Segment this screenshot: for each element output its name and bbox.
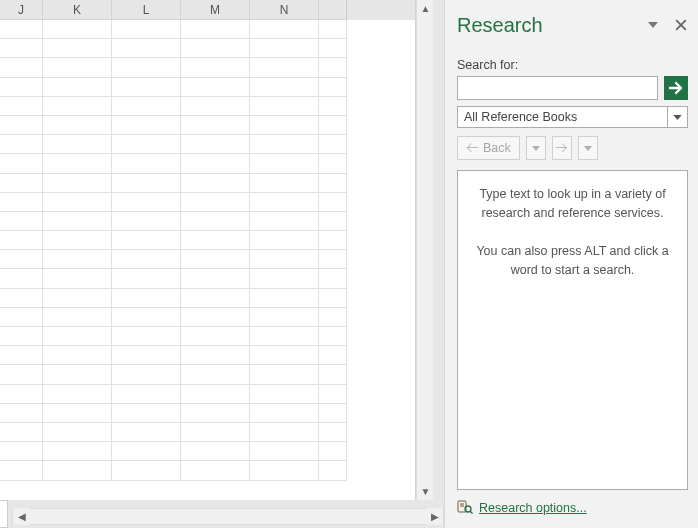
- column-header[interactable]: L: [112, 0, 181, 20]
- scroll-down-button[interactable]: ▼: [417, 483, 434, 500]
- column-header[interactable]: K: [43, 0, 112, 20]
- spreadsheet-grid[interactable]: J K L M N: [0, 0, 416, 500]
- sheet-tab-stub[interactable]: [0, 500, 8, 528]
- column-header[interactable]: [319, 0, 347, 20]
- research-options-icon: [457, 499, 473, 518]
- arrow-right-icon: [668, 80, 684, 96]
- scroll-track[interactable]: [417, 17, 433, 483]
- svg-line-4: [470, 511, 472, 513]
- scroll-left-button[interactable]: ◀: [13, 508, 30, 525]
- search-input[interactable]: [457, 76, 658, 100]
- back-button-label: Back: [483, 141, 511, 155]
- research-task-pane: Research Search for: All Reference Books…: [444, 0, 698, 528]
- scroll-right-button[interactable]: ▶: [426, 508, 443, 525]
- pane-title: Research: [457, 14, 543, 37]
- column-header[interactable]: M: [181, 0, 250, 20]
- pane-options-dropdown[interactable]: [646, 18, 660, 32]
- forward-button[interactable]: 🡢: [552, 136, 572, 160]
- horizontal-scrollbar[interactable]: ◀ ▶: [12, 508, 444, 525]
- column-header[interactable]: J: [0, 0, 43, 20]
- reference-source-value: All Reference Books: [464, 109, 577, 125]
- column-header[interactable]: N: [250, 0, 319, 20]
- sheet-bottom-bar: ◀ ▶: [0, 500, 444, 528]
- reference-source-dropdown[interactable]: [668, 106, 688, 128]
- results-area: Type text to look up in a variety of res…: [457, 170, 688, 490]
- start-search-button[interactable]: [664, 76, 688, 100]
- back-history-dropdown[interactable]: [526, 136, 546, 160]
- close-pane-button[interactable]: [674, 18, 688, 32]
- hint-text: You can also press ALT and click a word …: [470, 242, 675, 281]
- column-header-row: J K L M N: [0, 0, 415, 20]
- forward-history-dropdown[interactable]: [578, 136, 598, 160]
- hint-text: Type text to look up in a variety of res…: [470, 185, 675, 224]
- scroll-up-button[interactable]: ▲: [417, 0, 434, 17]
- search-for-label: Search for:: [457, 58, 688, 72]
- arrow-right-icon: 🡢: [555, 141, 568, 155]
- cells-area[interactable]: [0, 20, 415, 500]
- arrow-left-icon: 🡠: [466, 141, 479, 155]
- worksheet-area: J K L M N: [0, 0, 444, 528]
- reference-source-select[interactable]: All Reference Books: [457, 106, 668, 128]
- scroll-track[interactable]: [30, 509, 426, 524]
- research-options-link[interactable]: Research options...: [479, 501, 587, 515]
- vertical-scrollbar[interactable]: ▲ ▼: [416, 0, 433, 500]
- back-button[interactable]: 🡠 Back: [457, 136, 520, 160]
